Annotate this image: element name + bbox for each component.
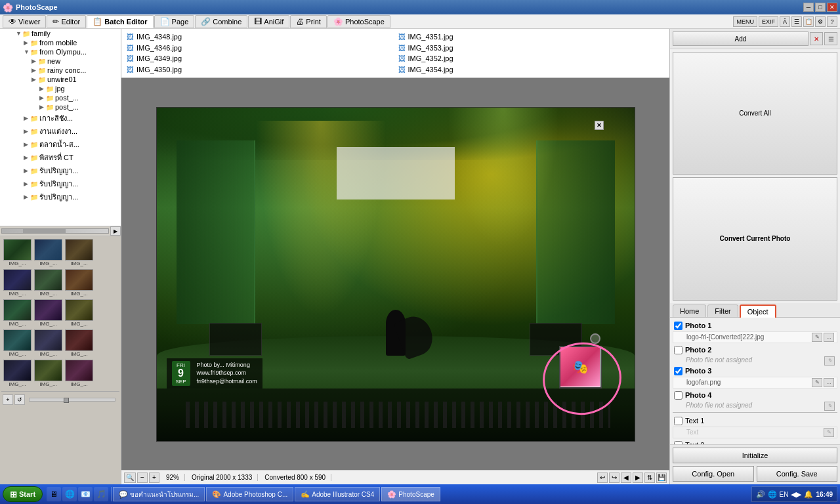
thumb-item[interactable]: IMG_... <box>64 299 94 327</box>
thumb-item[interactable]: IMG_... <box>33 299 63 327</box>
photo3-edit-btn[interactable]: ✎ <box>812 378 822 387</box>
taskbar-item-illustrator[interactable]: ✍ Adobe Illustrator CS4 <box>295 487 380 501</box>
file-list-item[interactable]: 🖼 IMG_4352.jpg <box>396 53 667 64</box>
photo3-more-btn[interactable]: … <box>824 378 834 387</box>
overlay-image[interactable]: 🎭 <box>559 346 602 388</box>
taskbar-item-photoshop[interactable]: 🎨 Adobe Photoshop C... <box>206 487 293 501</box>
tree-item-post2[interactable]: ▶ 📁 post_... <box>0 102 121 112</box>
photo1-checkbox[interactable] <box>674 322 682 330</box>
file-list-item[interactable]: 🖼 IMG_4353.jpg <box>396 43 667 54</box>
tree-item-fromolympus[interactable]: ▼ 📁 from Olympu... <box>0 47 121 56</box>
tray-lang[interactable]: EN <box>780 491 789 498</box>
tree-item-grad1[interactable]: ▶ 📁 รับปริญญา... <box>0 164 121 177</box>
scroll-right-btn[interactable]: ▶ <box>110 226 121 236</box>
photo1-edit-btn[interactable]: ✎ <box>812 333 822 342</box>
thumb-item[interactable]: IMG_... <box>64 360 94 387</box>
slider-thumb[interactable] <box>64 398 69 403</box>
photo3-checkbox[interactable] <box>674 367 682 375</box>
tree-item-unwire[interactable]: ▶ 📁 unwire01 <box>0 75 121 84</box>
photo4-edit-btn[interactable]: ✎ <box>824 402 835 411</box>
zoom-plus-button[interactable]: + <box>149 472 159 483</box>
add-button[interactable]: Add <box>673 32 808 46</box>
text1-edit-btn[interactable]: ✎ <box>824 428 834 437</box>
ie-icon[interactable]: 🌐 <box>62 487 77 501</box>
text1-checkbox[interactable] <box>674 417 682 425</box>
tab-combine[interactable]: 🔗 Combine <box>195 15 247 28</box>
taskbar-item-recommend[interactable]: 💬 ขอคำแนะนำโปรแกรม... <box>113 487 205 501</box>
thumb-item[interactable]: IMG_... <box>64 239 94 266</box>
maximize-button[interactable]: □ <box>815 3 826 12</box>
media-icon[interactable]: 🎵 <box>94 487 108 501</box>
tool3-icon[interactable]: 📋 <box>803 16 814 27</box>
size-slider[interactable] <box>29 398 116 402</box>
tree-item-wedding[interactable]: ▶ 📁 งานแต่งงา... <box>0 125 121 138</box>
tab-editor[interactable]: ✏ Editor <box>47 15 86 28</box>
scroll-thumb[interactable] <box>23 229 66 233</box>
nav-next-button[interactable]: ▶ <box>633 472 643 483</box>
more-icon[interactable]: ☰ <box>824 32 837 45</box>
convert-all-button[interactable]: Convert All <box>673 52 837 175</box>
thumb-item[interactable]: IMG_... <box>33 269 63 297</box>
thumb-item[interactable]: IMG_... <box>33 239 63 266</box>
sort-button[interactable]: ⇅ <box>644 472 655 483</box>
initialize-button[interactable]: Initialize <box>673 448 837 463</box>
add-folder-btn[interactable]: + <box>3 394 13 405</box>
save-all-button[interactable]: 💾 <box>656 472 667 483</box>
tab-viewer[interactable]: 👁 Viewer <box>3 15 46 28</box>
taskbar-item-photoscape[interactable]: 🌸 PhotoScape <box>381 487 440 501</box>
config-open-button[interactable]: Config. Open <box>673 466 754 482</box>
tab-print[interactable]: 🖨 Print <box>290 15 327 28</box>
thumb-item[interactable]: IMG_... <box>33 329 63 357</box>
desktop-icon[interactable]: 🖥 <box>47 487 61 501</box>
file-list-item[interactable]: 🖼 IMG_4346.jpg <box>124 43 396 54</box>
tool2-icon[interactable]: ☰ <box>791 16 802 27</box>
tree-item-jpg[interactable]: ▶ 📁 jpg <box>0 84 121 93</box>
thumb-item[interactable]: IMG_... <box>3 299 32 327</box>
close-overlay-button[interactable]: ✕ <box>595 121 604 130</box>
file-list-item[interactable]: 🖼 IMG_4350.jpg <box>124 64 396 75</box>
undo-button[interactable]: ↩ <box>597 472 608 483</box>
tool5-icon[interactable]: ? <box>827 16 837 27</box>
tab-filter[interactable]: Filter <box>707 304 738 317</box>
exif-button[interactable]: EXIF <box>759 16 778 27</box>
tree-item-post1[interactable]: ▶ 📁 post_... <box>0 93 121 102</box>
photo2-edit-btn[interactable]: ✎ <box>824 356 835 366</box>
redo-button[interactable]: ↪ <box>609 472 620 483</box>
tree-item-grad2[interactable]: ▶ 📁 รับปริญญา... <box>0 177 121 190</box>
tree-item-market[interactable]: ▶ 📁 ตลาดน้ำ-ส... <box>0 138 121 151</box>
tab-batch-editor[interactable]: 📋 Batch Editor <box>87 15 153 28</box>
thumb-item[interactable]: IMG_... <box>3 269 32 297</box>
refresh-btn[interactable]: ↺ <box>14 394 25 405</box>
convert-current-button[interactable]: Convert Current Photo <box>673 177 837 300</box>
tab-anigif[interactable]: 🎞 AniGif <box>248 15 289 28</box>
photo4-checkbox[interactable] <box>674 391 682 400</box>
file-list-item[interactable]: 🖼 IMG_4348.jpg <box>124 32 396 43</box>
thumb-item[interactable]: IMG_... <box>3 329 32 357</box>
zoom-minus-button[interactable]: − <box>137 472 148 483</box>
thumb-item[interactable]: IMG_... <box>64 269 94 297</box>
thumb-item[interactable]: IMG_... <box>64 329 94 357</box>
tree-item-grad3[interactable]: ▶ 📁 รับปริญญา... <box>0 190 121 203</box>
tree-item-island[interactable]: ▶ 📁 เกาะสิชัง... <box>0 112 121 125</box>
file-list-item[interactable]: 🖼 IMG_4349.jpg <box>124 53 396 64</box>
tab-page[interactable]: 📄 Page <box>154 15 195 28</box>
file-list-item[interactable]: 🖼 IMG_4354.jpg <box>396 64 667 75</box>
thumb-item[interactable]: IMG_... <box>33 360 63 387</box>
nav-prev-button[interactable]: ◀ <box>621 472 631 483</box>
photo1-more-btn[interactable]: … <box>824 333 834 342</box>
tool4-icon[interactable]: ⚙ <box>815 16 826 27</box>
menu-button[interactable]: MENU <box>733 16 757 27</box>
tree-item-ct[interactable]: ▶ 📁 พีสทรที่ CT <box>0 151 121 164</box>
file-list-item[interactable]: 🖼 IMG_4351.jpg <box>396 32 667 43</box>
minimize-button[interactable]: ─ <box>803 3 814 12</box>
zoom-out-button[interactable]: 🔍 <box>124 472 136 483</box>
outlook-icon[interactable]: 📧 <box>78 487 93 501</box>
thumb-item[interactable]: IMG_... <box>3 360 32 387</box>
photo2-checkbox[interactable] <box>674 346 682 354</box>
tab-photoscape[interactable]: 🌸 PhotoScape <box>327 15 390 28</box>
tree-item-new[interactable]: ▶ 📁 new <box>0 56 121 66</box>
close-button[interactable]: ✕ <box>827 3 837 12</box>
start-button[interactable]: ⊞ Start <box>3 486 43 502</box>
tool1-icon[interactable]: Ā <box>780 16 790 27</box>
tree-item-family[interactable]: ▼ 📁 family <box>0 29 121 38</box>
